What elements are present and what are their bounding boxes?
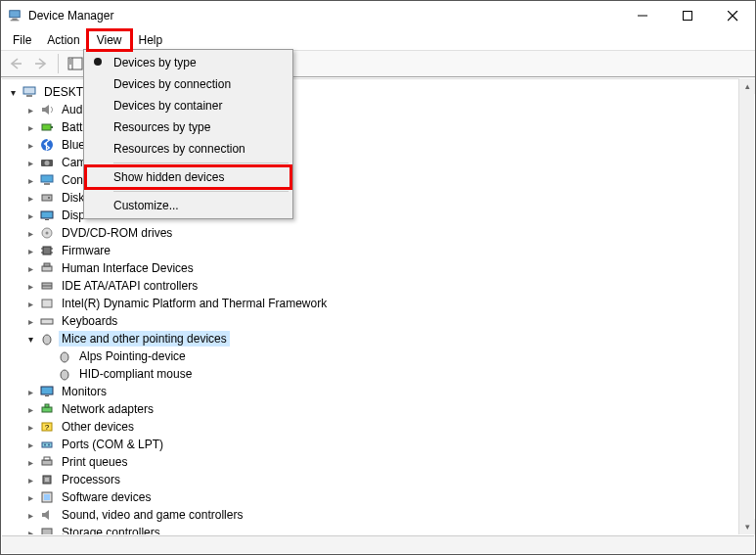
tree-node-hid[interactable]: ▸Human Interface Devices [6, 259, 754, 277]
svg-rect-48 [45, 404, 49, 407]
tree-node-dvd[interactable]: ▸DVD/CD-ROM drives [6, 224, 754, 242]
menu-view[interactable]: View [88, 30, 131, 50]
tree-node-print[interactable]: ▸Print queues [6, 453, 754, 471]
tree-node-label: Other devices [59, 419, 137, 435]
tree-node-alps[interactable]: ▸Alps Pointing-device [6, 347, 754, 365]
svg-rect-26 [45, 219, 49, 220]
menu-customize[interactable]: Customize... [86, 195, 290, 216]
tree-node-intel[interactable]: ▸Intel(R) Dynamic Platform and Thermal F… [6, 295, 754, 312]
tree-node-software[interactable]: ▸Software devices [6, 488, 754, 506]
sound-icon [39, 507, 55, 523]
bullet-icon [94, 58, 102, 66]
tree-node-ports[interactable]: ▸Ports (COM & LPT) [6, 436, 754, 453]
expand-icon[interactable]: ▸ [23, 173, 37, 187]
expand-icon[interactable]: ▸ [23, 261, 37, 275]
svg-point-28 [46, 232, 49, 235]
tree-node-processors[interactable]: ▸Processors [6, 471, 754, 488]
expand-icon[interactable]: ▸ [23, 156, 37, 169]
expand-icon[interactable]: ▸ [23, 244, 37, 257]
keyboard-icon [39, 313, 55, 329]
menu-file[interactable]: File [5, 31, 39, 49]
expand-icon[interactable]: ▸ [23, 490, 37, 504]
tree-node-sound[interactable]: ▸Sound, video and game controllers [6, 506, 754, 524]
svg-point-43 [61, 352, 68, 362]
svg-rect-25 [41, 211, 53, 218]
tree-node-monitors[interactable]: ▸Monitors [6, 383, 754, 400]
forward-button[interactable] [30, 53, 52, 74]
expand-icon[interactable]: ▸ [23, 438, 37, 451]
svg-rect-59 [44, 494, 50, 500]
expand-icon[interactable]: ▸ [23, 385, 37, 398]
bluetooth-icon [39, 137, 55, 153]
expand-icon[interactable]: ▸ [23, 279, 37, 293]
svg-rect-46 [45, 395, 49, 396]
svg-rect-17 [51, 126, 53, 128]
svg-point-20 [45, 161, 50, 165]
tree-node-hid-mouse[interactable]: ▸HID-compliant mouse [6, 365, 754, 383]
tree-node-label: Mice and other pointing devices [59, 331, 230, 347]
menu-devices-by-container[interactable]: Devices by container [86, 95, 290, 116]
expand-icon[interactable]: ▸ [23, 120, 37, 134]
svg-rect-60 [42, 529, 52, 534]
collapse-icon[interactable]: ▾ [6, 85, 20, 99]
chip-icon [39, 243, 55, 258]
svg-rect-2 [11, 20, 20, 21]
menu-help[interactable]: Help [131, 31, 171, 49]
expand-icon[interactable]: ▸ [23, 455, 37, 469]
svg-rect-54 [42, 460, 52, 465]
menu-item-label: Devices by connection [113, 77, 231, 91]
warning-icon: ? [39, 419, 55, 435]
expand-icon[interactable]: ▸ [23, 103, 37, 116]
menu-resources-by-connection[interactable]: Resources by connection [86, 138, 290, 160]
port-icon [39, 437, 55, 452]
back-button[interactable] [5, 53, 26, 74]
menu-devices-by-type[interactable]: Devices by type [86, 52, 290, 73]
expand-icon[interactable]: ▸ [23, 191, 37, 205]
tree-node-keyboards[interactable]: ▸Keyboards [6, 312, 754, 330]
menu-devices-by-connection[interactable]: Devices by connection [86, 73, 290, 95]
menu-separator [113, 162, 289, 163]
scroll-up-icon[interactable]: ▴ [739, 78, 755, 94]
expand-icon[interactable]: ▸ [23, 402, 37, 416]
close-button[interactable] [710, 1, 755, 30]
tree-node-mice[interactable]: ▾<(/svg>Mice and other pointing devices [6, 330, 754, 347]
tree-node-firmware[interactable]: ▸Firmware [6, 242, 754, 259]
expand-icon[interactable]: ▸ [23, 420, 37, 434]
menu-resources-by-type[interactable]: Resources by type [86, 116, 290, 138]
tree-node-label: Software devices [59, 489, 154, 505]
menu-show-hidden-devices[interactable]: Show hidden devices [86, 166, 290, 188]
minimize-button[interactable] [620, 1, 665, 30]
collapse-icon[interactable]: ▾ [23, 332, 37, 346]
expand-icon[interactable]: ▸ [23, 138, 37, 152]
tree-node-network[interactable]: ▸Network adapters [6, 400, 754, 418]
expand-icon[interactable]: ▸ [23, 473, 37, 486]
maximize-button[interactable] [665, 1, 710, 30]
vertical-scrollbar[interactable]: ▴ ▾ [738, 78, 754, 534]
tree-node-label: Aud [59, 102, 85, 117]
svg-rect-22 [44, 183, 50, 185]
software-icon [39, 489, 55, 505]
menu-action[interactable]: Action [39, 31, 87, 49]
expand-icon[interactable]: ▸ [23, 208, 37, 222]
tree-node-label: Keyboards [59, 313, 120, 329]
svg-rect-45 [41, 387, 53, 394]
scroll-down-icon[interactable]: ▾ [739, 519, 755, 534]
dvd-icon [39, 225, 55, 241]
generic-device-icon [39, 296, 55, 311]
status-bar [2, 535, 754, 553]
mouse-icon: <(/svg> [39, 331, 55, 347]
tree-node-storage[interactable]: ▸Storage controllers [6, 524, 754, 534]
expand-icon[interactable]: ▸ [23, 526, 37, 534]
expand-icon[interactable]: ▸ [23, 508, 37, 522]
tree-node-ide[interactable]: ▸IDE ATA/ATAPI controllers [6, 277, 754, 295]
tree-node-other[interactable]: ▸?Other devices [6, 418, 754, 436]
expand-icon[interactable]: ▸ [23, 314, 37, 328]
tree-node-label: Ports (COM & LPT) [59, 437, 166, 452]
svg-point-53 [48, 444, 50, 446]
display-adapter-icon [39, 208, 55, 223]
svg-rect-23 [42, 195, 52, 201]
disk-icon [39, 190, 55, 206]
menu-item-label: Devices by type [113, 56, 197, 69]
expand-icon[interactable]: ▸ [23, 297, 37, 310]
expand-icon[interactable]: ▸ [23, 226, 37, 240]
